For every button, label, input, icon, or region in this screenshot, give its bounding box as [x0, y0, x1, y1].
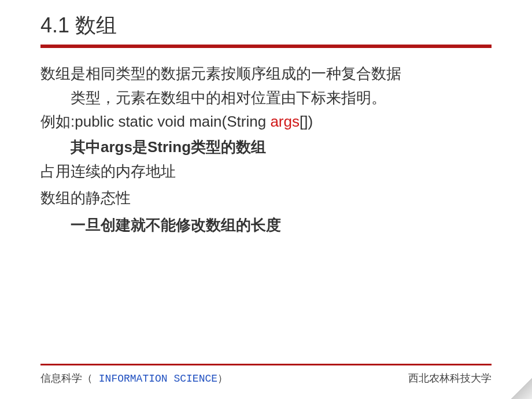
footer-right: 西北农林科技大学 [408, 371, 492, 385]
footer-left: 信息科学（ INFORMATION SCIENCE） [40, 371, 228, 385]
example-args-keyword: args [270, 113, 300, 130]
slide-title: 4.1 数组 [40, 12, 492, 40]
footer-left-en: INFORMATION SCIENCE [93, 373, 217, 385]
intro-paragraph-line1: 数组是相同类型的数据元素按顺序组成的一种复合数据 [40, 62, 492, 86]
static-line: 数组的静态性 [40, 186, 492, 210]
footer: 信息科学（ INFORMATION SCIENCE） 西北农林科技大学 [0, 364, 532, 385]
footer-left-close: ） [217, 372, 228, 384]
page-corner-fold-icon [511, 378, 532, 399]
example-line: 例如:public static void main(String args[]… [40, 110, 492, 134]
static-description: 一旦创建就不能修改数组的长度 [40, 212, 492, 238]
footer-content: 信息科学（ INFORMATION SCIENCE） 西北农林科技大学 [40, 371, 492, 385]
intro-paragraph-line2: 类型，元素在数组中的相对位置由下标来指明。 [40, 86, 492, 110]
memory-line: 占用连续的内存地址 [40, 160, 492, 184]
slide-container: 4.1 数组 数组是相同类型的数据元素按顺序组成的一种复合数据 类型，元素在数组… [0, 0, 532, 399]
title-area: 4.1 数组 [0, 0, 532, 48]
footer-left-cn: 信息科学（ [40, 372, 93, 384]
footer-divider [40, 364, 492, 365]
args-description: 其中args是String类型的数组 [40, 134, 492, 160]
example-prefix: 例如:public static void main(String [40, 113, 270, 130]
example-suffix: []) [300, 113, 313, 130]
content-area: 数组是相同类型的数据元素按顺序组成的一种复合数据 类型，元素在数组中的相对位置由… [0, 48, 532, 238]
